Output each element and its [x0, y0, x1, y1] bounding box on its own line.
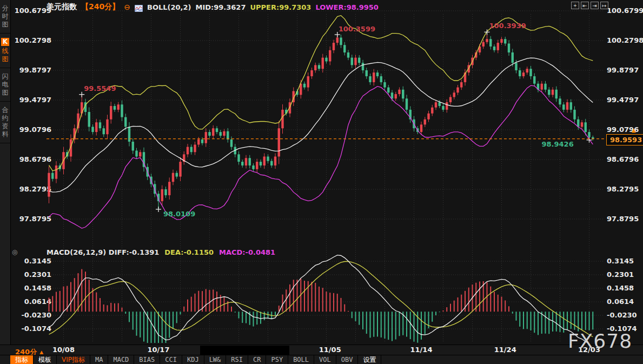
- macd-tick-label: 0.1458: [607, 284, 634, 292]
- chart-tool-buttons: + ⇤ ⇥ ↦: [571, 2, 608, 9]
- boll-indicator-label: BOLL(20,2): [147, 3, 191, 11]
- macd-tick-label: -0.0230: [607, 311, 637, 319]
- macd-tick-label: 0.2301: [24, 270, 51, 279]
- toolbar-item-macd[interactable]: MACD: [108, 355, 134, 364]
- low-annotation-label: 98.0109: [163, 210, 195, 218]
- toolbar-item-psy[interactable]: PSY: [266, 355, 288, 364]
- toolbar-item-indicator[interactable]: 指标: [10, 355, 34, 364]
- toolbar-item-cr[interactable]: CR: [248, 355, 266, 364]
- scroll-left-icon[interactable]: ⇤: [581, 2, 589, 9]
- macd-macd-value: MACD:-0.0481: [219, 248, 275, 256]
- macd-tick-label: 0.0614: [607, 297, 634, 306]
- price-tick-label: 100.6799: [15, 6, 51, 15]
- boll-mid-line: [49, 58, 593, 192]
- high-annotation-label: 100.3939: [489, 22, 526, 30]
- boll-mid-value: MID:99.3627: [195, 3, 246, 11]
- price-tick-label: 98.6796: [607, 155, 639, 163]
- price-tick-label: 100.6799: [607, 6, 643, 15]
- candlestick-series: [48, 32, 594, 209]
- price-tick-label: 100.2798: [607, 36, 643, 44]
- price-tick-label: 98.6796: [19, 155, 51, 163]
- price-tick-label: 99.4797: [19, 96, 51, 104]
- low-annotation-label: 98.9426: [542, 140, 574, 148]
- high-annotation-label: 99.5549: [84, 84, 116, 92]
- axis-labels: 100.6799100.6799100.2798100.279899.87979…: [15, 6, 643, 333]
- price-annotations: 99.554998.0109100.3599100.393998.9426: [79, 22, 592, 218]
- macd-diff-line: [49, 255, 593, 346]
- sidebar-item-kline-chart[interactable]: K 线图: [0, 34, 10, 68]
- bollinger-bands: [49, 16, 593, 228]
- price-tick-label: 98.2795: [19, 185, 51, 193]
- pan-crosshair-icon[interactable]: +: [571, 2, 579, 9]
- toolbar-item-rsi[interactable]: RSI: [226, 355, 248, 364]
- kline-label: 线图: [1, 47, 9, 63]
- time-tick-label: 11/14: [410, 346, 433, 354]
- time-tick-label: 11/24: [494, 346, 516, 354]
- toolbar-item-template[interactable]: 模板: [34, 355, 57, 364]
- macd-lines: [49, 255, 593, 346]
- macd-tick-label: 0.0614: [24, 297, 51, 306]
- macd-tick-label: 0.1458: [24, 284, 51, 292]
- high-annotation-label: 100.3599: [339, 25, 375, 33]
- boll-upper-value: UPPER:99.7303: [250, 3, 311, 11]
- price-tick-label: 100.2798: [15, 36, 51, 44]
- toolbar-item-cci[interactable]: CCI: [160, 355, 182, 364]
- app-window: 100.6799100.6799100.2798100.279899.87979…: [0, 0, 643, 364]
- sidebar-item-contract-info[interactable]: 合约资料: [0, 102, 10, 143]
- price-tick-label: 99.0796: [19, 125, 51, 134]
- boll-upper-line: [49, 16, 593, 171]
- macd-settings-icon[interactable]: ◎: [12, 248, 17, 256]
- chart-header: 美元指数 【240分】 ⊖ BOLL(20,2) MID:99.3627 UPP…: [47, 2, 379, 12]
- watermark: FX678: [568, 330, 632, 352]
- price-tick-label: 99.4797: [607, 96, 639, 104]
- sidebar-item-minute-chart[interactable]: 分时图: [0, 0, 10, 34]
- kline-k-badge: K: [1, 38, 9, 46]
- last-price-tag: 98.9593: [606, 134, 643, 145]
- chart-canvas[interactable]: 100.6799100.6799100.2798100.279899.87979…: [0, 0, 643, 364]
- kline-chart-icon: [135, 4, 143, 11]
- macd-tick-label: 0.2301: [607, 270, 634, 279]
- toolbar-item-boll[interactable]: BOLL: [288, 355, 314, 364]
- macd-tick-label: 0.3145: [607, 257, 634, 265]
- price-tick-label: 97.8795: [19, 215, 51, 223]
- toolbar-item-kdj[interactable]: KDJ: [182, 355, 204, 364]
- price-marker-arrow-icon: ▲: [632, 127, 636, 133]
- macd-histogram: [49, 269, 594, 353]
- toolbar-item-obv[interactable]: OBV: [336, 355, 359, 364]
- boll-lower-line: [49, 85, 593, 228]
- toolbar-item-ma[interactable]: MA: [90, 355, 108, 364]
- symbol-title: 美元指数: [47, 2, 77, 12]
- toolbar-item-bias[interactable]: BIAS: [134, 355, 160, 364]
- macd-dea-value: DEA:-0.1150: [164, 248, 214, 256]
- price-tick-label: 99.8797: [607, 66, 639, 74]
- indicator-toolbar: 指标 模板 VIP指标 MA MACD BIAS CCI KDJ LW& RSI…: [10, 355, 381, 364]
- macd-dea-line: [49, 261, 593, 337]
- time-tick-label: 10/08: [52, 346, 75, 354]
- time-tick-label: 10/17: [148, 346, 170, 354]
- interval-label: 【240分】: [81, 2, 120, 12]
- time-tick-label: 11/05: [319, 346, 341, 354]
- jump-latest-icon[interactable]: ↦: [600, 2, 608, 9]
- time-tick-labels: 10/0810/1711/0511/1411/2412/03: [52, 346, 600, 354]
- price-tick-label: 99.8797: [19, 66, 51, 74]
- macd-tick-label: 0.3145: [24, 257, 51, 265]
- toolbar-item-settings[interactable]: 设置: [358, 355, 381, 364]
- boll-lower-value: LOWER:98.9950: [315, 3, 379, 11]
- macd-header: MACD(26,12,9) DIFF:-0.1391 DEA:-0.1150 M…: [47, 248, 275, 256]
- collapse-icon[interactable]: ⊖: [124, 3, 130, 11]
- price-tick-label: 97.8795: [607, 215, 639, 223]
- macd-params-diff-value: MACD(26,12,9) DIFF:-0.1391: [47, 248, 159, 256]
- price-tick-label: 98.2795: [607, 185, 639, 193]
- macd-tick-label: -0.0230: [21, 311, 51, 319]
- sidebar-item-flash-chart[interactable]: 闪电图: [0, 68, 10, 102]
- toolbar-item-vip-indicator[interactable]: VIP指标: [57, 355, 90, 364]
- toolbar-item-vol[interactable]: VOL: [314, 355, 336, 364]
- toolbar-item-lw[interactable]: LW&: [204, 355, 227, 364]
- sidebar: 分时图 K 线图 闪电图 合约资料: [0, 0, 11, 345]
- macd-tick-label: -0.1074: [21, 325, 51, 333]
- scroll-right-icon[interactable]: ⇥: [591, 2, 599, 9]
